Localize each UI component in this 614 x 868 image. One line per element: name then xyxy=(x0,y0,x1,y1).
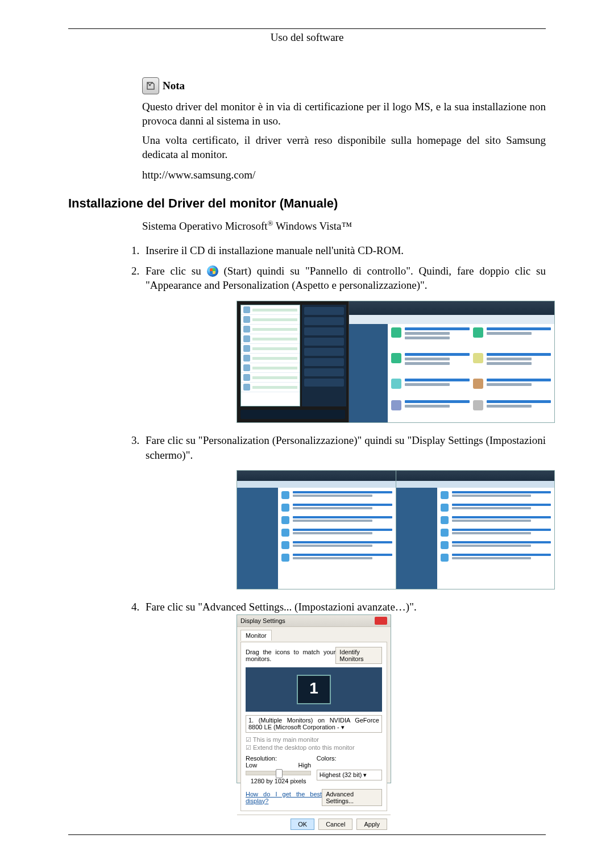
ok-button[interactable]: OK xyxy=(291,819,314,830)
step-4-text: Fare clic su "Advanced Settings... (Impo… xyxy=(146,601,417,613)
control-panel-pane xyxy=(349,301,554,422)
colors-select[interactable]: Highest (32 bit) ▾ xyxy=(317,770,382,780)
dialog-title: Display Settings xyxy=(240,617,285,624)
os-prefix: Sistema Operativo Microsoft xyxy=(142,220,268,232)
header-rule-top xyxy=(68,28,546,29)
cancel-button[interactable]: Cancel xyxy=(318,819,352,830)
identify-monitors-button[interactable]: Identify Monitors xyxy=(335,647,382,664)
dialog-close-icon[interactable] xyxy=(375,617,387,625)
page-header-title: Uso del software xyxy=(68,31,546,46)
os-suffix: Windows Vista™ xyxy=(273,220,352,232)
resolution-label: Resolution: xyxy=(246,755,311,762)
step-4: Fare clic su "Advanced Settings... (Impo… xyxy=(142,600,546,783)
start-menu-pane xyxy=(237,301,349,422)
monitor-select[interactable]: 1. (Multiple Monitors) on NVIDIA GeForce… xyxy=(246,715,382,733)
note-label: Nota xyxy=(163,80,185,92)
chk-extend-desktop[interactable]: ☑ Extend the desktop onto this monitor xyxy=(246,744,382,751)
step-2a: Fare clic su xyxy=(146,265,207,277)
monitor-preview: 1 xyxy=(246,667,382,712)
res-low: Low xyxy=(246,762,257,769)
colors-label: Colors: xyxy=(317,755,382,762)
dialog-hint: Drag the icons to match your monitors. xyxy=(246,649,335,662)
note-icon xyxy=(142,77,159,94)
screenshot-display-settings-dialog: Display Settings Monitor Drag the icons … xyxy=(237,614,391,783)
note-url: http://www.samsung.com/ xyxy=(142,169,546,181)
step-3: Fare clic su "Personalization (Personali… xyxy=(142,433,546,589)
windows-start-icon xyxy=(207,265,218,277)
section-heading: Installazione del Driver del monitor (Ma… xyxy=(68,196,546,211)
res-high: High xyxy=(298,762,312,769)
step-3-text: Fare clic su "Personalization (Personali… xyxy=(146,434,546,461)
apply-button[interactable]: Apply xyxy=(356,819,387,830)
note-paragraph-2: Una volta certificato, il driver verrà r… xyxy=(142,134,546,161)
monitor-number: 1 xyxy=(297,675,331,704)
chk-main-monitor[interactable]: ☑ This is my main monitor xyxy=(246,736,382,744)
step-2: Fare clic su (Start) quindi su "Pannello… xyxy=(142,264,546,423)
dialog-tab-monitor[interactable]: Monitor xyxy=(240,630,272,641)
screenshot-start-menu-control-panel xyxy=(237,301,555,423)
help-link[interactable]: How do I get the best display? xyxy=(246,791,322,804)
resolution-slider[interactable] xyxy=(246,771,311,775)
step-1: Inserire il CD di installazione manuale … xyxy=(142,243,546,258)
resolution-value: 1280 by 1024 pixels xyxy=(246,778,311,784)
advanced-settings-button[interactable]: Advanced Settings... xyxy=(322,789,382,806)
screenshot-personalization-display xyxy=(237,470,555,589)
footer-rule xyxy=(68,834,546,835)
note-paragraph-1: Questo driver del monitor è in via di ce… xyxy=(142,100,546,128)
os-line: Sistema Operativo Microsoft® Windows Vis… xyxy=(142,219,546,232)
